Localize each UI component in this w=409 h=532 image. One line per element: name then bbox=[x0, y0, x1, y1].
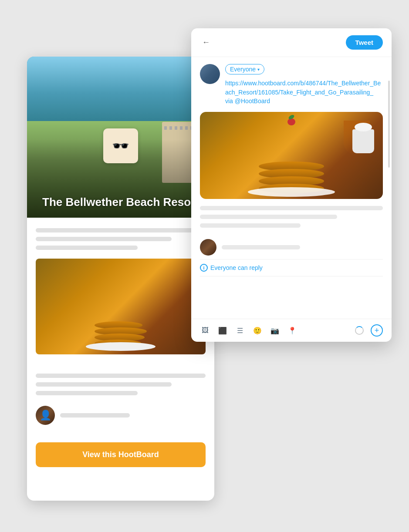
tweet-button[interactable]: Tweet bbox=[346, 35, 383, 50]
pancake-image-tweet bbox=[200, 112, 383, 199]
camera-icon[interactable]: 📷 bbox=[270, 325, 280, 336]
text-line bbox=[36, 382, 172, 387]
reply-avatar bbox=[200, 239, 216, 256]
scrollbar-thumb[interactable] bbox=[388, 81, 390, 168]
pancake-image-mobile bbox=[36, 259, 206, 354]
mobile-card-title: The Bellwether Beach Resort bbox=[27, 195, 214, 209]
user-avatar bbox=[200, 64, 220, 84]
beach-water bbox=[27, 57, 214, 129]
via-hootboard: via @HootBoard bbox=[225, 98, 270, 104]
chevron-down-icon: ▾ bbox=[257, 67, 260, 72]
tweet-text-line bbox=[200, 223, 301, 228]
text-line bbox=[36, 374, 206, 378]
url-link: https://www.hootboard.com/b/486744/The_B… bbox=[225, 80, 381, 96]
twitter-compose-panel: ← Tweet Everyone ▾ https://www.hootboard… bbox=[191, 28, 392, 342]
cream-top bbox=[355, 123, 372, 131]
avatar-icon: 👤 bbox=[40, 410, 51, 421]
audience-label: Everyone bbox=[230, 66, 256, 73]
emoji-icon[interactable]: 🙂 bbox=[252, 325, 263, 336]
plate-tweet bbox=[248, 187, 335, 197]
tweet-url-text: https://www.hootboard.com/b/486744/The_B… bbox=[225, 79, 383, 105]
text-line bbox=[36, 228, 206, 232]
back-button[interactable]: ← bbox=[200, 37, 212, 49]
reply-user-row bbox=[200, 239, 383, 256]
view-hootboard-button[interactable]: View this HootBoard bbox=[36, 442, 206, 467]
everyone-can-reply-text: Everyone can reply bbox=[210, 264, 263, 271]
author-name-line bbox=[60, 413, 130, 418]
loading-spinner bbox=[355, 326, 364, 335]
add-button[interactable]: + bbox=[371, 324, 383, 337]
avatar-image bbox=[200, 64, 220, 84]
info-icon: i bbox=[200, 264, 208, 272]
mobile-preview-card: 🕶️ The Bellwether Beach Resort bbox=[27, 57, 214, 501]
mobile-content-area bbox=[27, 218, 214, 374]
berry-decoration bbox=[287, 118, 295, 125]
sunglasses-icon: 🕶️ bbox=[112, 138, 129, 154]
list-icon[interactable]: ☰ bbox=[235, 325, 245, 336]
image-attach-icon[interactable]: 🖼 bbox=[200, 325, 210, 336]
text-line bbox=[36, 237, 172, 241]
audience-selector[interactable]: Everyone ▾ bbox=[225, 64, 264, 74]
tweet-content-lines bbox=[200, 206, 383, 232]
text-line bbox=[36, 391, 138, 395]
everyone-can-reply-row: i Everyone can reply bbox=[200, 259, 383, 276]
compose-top-row: Everyone ▾ https://www.hootboard.com/b/4… bbox=[200, 64, 383, 105]
mobile-hero-image: 🕶️ The Bellwether Beach Resort bbox=[27, 57, 214, 218]
cream-cup bbox=[352, 129, 374, 153]
plate-mobile bbox=[86, 342, 155, 351]
location-icon[interactable]: 📍 bbox=[287, 325, 297, 336]
twitter-header: ← Tweet bbox=[191, 28, 392, 57]
gif-icon[interactable]: ⬛ bbox=[217, 325, 228, 336]
content-text-lines bbox=[36, 228, 206, 250]
reply-text-line bbox=[222, 245, 300, 249]
text-line bbox=[36, 246, 138, 250]
mobile-bottom-area: 👤 bbox=[27, 374, 214, 442]
twitter-toolbar: 🖼 ⬛ ☰ 🙂 📷 📍 + bbox=[191, 319, 392, 342]
compose-area[interactable]: Everyone ▾ https://www.hootboard.com/b/4… bbox=[191, 57, 392, 319]
author-avatar: 👤 bbox=[36, 406, 55, 425]
compose-right-panel: Everyone ▾ https://www.hootboard.com/b/4… bbox=[225, 64, 383, 105]
author-row: 👤 bbox=[36, 406, 206, 425]
resort-logo-box: 🕶️ bbox=[103, 128, 138, 163]
tweet-text-line bbox=[200, 206, 383, 210]
pancake-stack-tweet bbox=[259, 162, 324, 191]
bottom-text-lines bbox=[36, 374, 206, 395]
tweet-text-line bbox=[200, 215, 337, 219]
